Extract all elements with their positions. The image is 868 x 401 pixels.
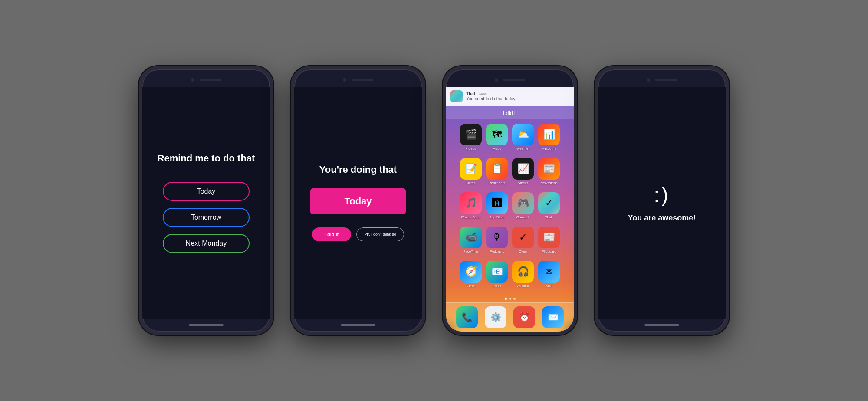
dock-phone[interactable]: 📞 (456, 306, 478, 328)
app-videos[interactable]: 🎬 Videos (460, 124, 482, 154)
dot-1 (505, 298, 507, 300)
next-monday-button[interactable]: Next Monday (163, 234, 250, 253)
app-icon-flipboard: 📰 (538, 227, 560, 248)
app-label-newsstand: Newsstand (540, 181, 558, 185)
app-newsstand[interactable]: 📰 Newsstand (538, 158, 560, 188)
app-label-videos: Videos (466, 147, 476, 151)
app-flipboard[interactable]: 📰 Flipboard (538, 227, 560, 256)
app-icon-audible: 🎧 (512, 261, 534, 283)
dot-3 (513, 298, 516, 300)
phone1-screen: Remind me to do that Today Tomorrow Next… (142, 87, 270, 319)
app-platform[interactable]: 📊 Platform (538, 124, 560, 154)
dot-2 (509, 298, 511, 300)
camera-dot-3 (495, 78, 498, 82)
tomorrow-button[interactable]: Tomorrow (163, 208, 250, 227)
dock-clock[interactable]: ⏰ (513, 306, 535, 328)
dont-think-label: Pff, I don't think so (364, 232, 396, 237)
page-dots (505, 298, 516, 300)
app-label-weather: Weather (516, 147, 529, 151)
phone2-top (294, 69, 422, 87)
phone4-bottom (598, 319, 726, 332)
app-mail[interactable]: ✉ Mail (538, 261, 560, 291)
phone1-bottom (142, 319, 270, 332)
app-label-notes: Notes (467, 181, 476, 185)
home-indicator-4 (644, 324, 679, 326)
app-label-mail: Mail (546, 284, 552, 288)
dont-think-button[interactable]: Pff, I don't think so (356, 227, 404, 241)
app-icon-inbox: 📧 (486, 261, 508, 283)
tomorrow-label: Tomorrow (191, 214, 221, 221)
app-safari[interactable]: 🧭 Safari (460, 261, 482, 291)
notif-action-bar[interactable]: I did it (446, 106, 574, 119)
app-label-itunes: iTunes Store (461, 215, 480, 219)
doing-today-label: Today (344, 196, 372, 207)
notif-app-name: That. (466, 92, 477, 96)
phone1-wrapper: Remind me to do that Today Tomorrow Next… (139, 66, 273, 335)
dock-mail[interactable]: ✉️ (542, 306, 564, 328)
app-appstore[interactable]: 🅰 App Store (486, 192, 508, 222)
app-clear[interactable]: ✓ Clear (512, 227, 534, 256)
app-label-podcasts: Podcasts (490, 250, 504, 253)
doing-title: You're doing that (319, 164, 397, 175)
app-games[interactable]: 🎮 Games+ (512, 192, 534, 222)
speaker-grille (200, 79, 221, 81)
app-notes[interactable]: 📝 Notes (460, 158, 482, 188)
home-indicator (189, 324, 224, 326)
ios-notification[interactable]: That. Now You need to do that today. (446, 87, 574, 106)
ios-dock: 📞 ⚙️ ⏰ ✉️ (446, 302, 574, 332)
app-icon-safari: 🧭 (460, 261, 482, 283)
app-that[interactable]: ✓ That. (538, 192, 560, 222)
app-facetime[interactable]: 📹 FaceTime (460, 227, 482, 256)
ios-app-grid: 🎬 Videos 🗺 Maps ⛅ Weather 📊 Platform 📝 (456, 119, 564, 295)
phone3-wrapper: That. Now You need to do that today. I d… (443, 66, 577, 335)
app-label-appstore: App Store (489, 215, 505, 219)
phone4: :) You are awesome! (595, 66, 729, 335)
next-monday-label: Next Monday (186, 240, 227, 247)
app-label-games: Games+ (516, 215, 529, 219)
speaker-grille-2 (352, 79, 373, 81)
app-itunes[interactable]: 🎵 iTunes Store (460, 192, 482, 222)
app-label-inbox: Inbox (493, 284, 501, 288)
phone3-top (446, 69, 574, 87)
app-label-flipboard: Flipboard (542, 250, 556, 253)
app-icon-stocks: 📈 (512, 158, 534, 180)
camera-dot-2 (343, 78, 346, 82)
app-maps[interactable]: 🗺 Maps (486, 124, 508, 154)
app-label-facetime: FaceTime (463, 250, 478, 253)
app-audible[interactable]: 🎧 Audible (512, 261, 534, 291)
app-icon-notes: 📝 (460, 158, 482, 180)
did-it-button[interactable]: I did it (312, 227, 351, 241)
awesome-message: You are awesome! (628, 214, 696, 223)
app-icon-maps: 🗺 (486, 124, 508, 145)
app-inbox[interactable]: 📧 Inbox (486, 261, 508, 291)
app-icon-itunes: 🎵 (460, 192, 482, 214)
phone1: Remind me to do that Today Tomorrow Next… (139, 66, 273, 335)
app-label-maps: Maps (493, 147, 501, 151)
app-icon-reminders: 📋 (486, 158, 508, 180)
phone2: You're doing that Today I did it Pff, I … (291, 66, 425, 335)
app-icon-podcasts: 🎙 (486, 227, 508, 248)
app-podcasts[interactable]: 🎙 Podcasts (486, 227, 508, 256)
speaker-grille-4 (655, 79, 677, 81)
speaker-grille-3 (503, 79, 525, 81)
today-button[interactable]: Today (163, 182, 250, 201)
doing-today-button[interactable]: Today (310, 188, 406, 214)
notif-time: Now (479, 92, 487, 96)
notif-content: That. Now You need to do that today. (466, 92, 569, 101)
app-label-audible: Audible (517, 284, 529, 288)
camera-dot-4 (647, 78, 650, 82)
notif-app-icon (450, 90, 463, 102)
app-icon-videos: 🎬 (460, 124, 482, 145)
app-reminders[interactable]: 📋 Reminders (486, 158, 508, 188)
app-stocks[interactable]: 📈 Stocks (512, 158, 534, 188)
camera-dot (191, 78, 194, 82)
app-weather[interactable]: ⛅ Weather (512, 124, 534, 154)
phone2-screen: You're doing that Today I did it Pff, I … (294, 87, 422, 319)
dock-settings[interactable]: ⚙️ (485, 306, 506, 328)
phone2-wrapper: You're doing that Today I did it Pff, I … (291, 66, 425, 335)
remind-title: Remind me to do that (158, 152, 255, 165)
app-icon-newsstand: 📰 (538, 158, 560, 180)
phone1-top (142, 69, 270, 87)
app-label-platform: Platform (542, 147, 556, 151)
phone4-screen: :) You are awesome! (598, 87, 726, 319)
